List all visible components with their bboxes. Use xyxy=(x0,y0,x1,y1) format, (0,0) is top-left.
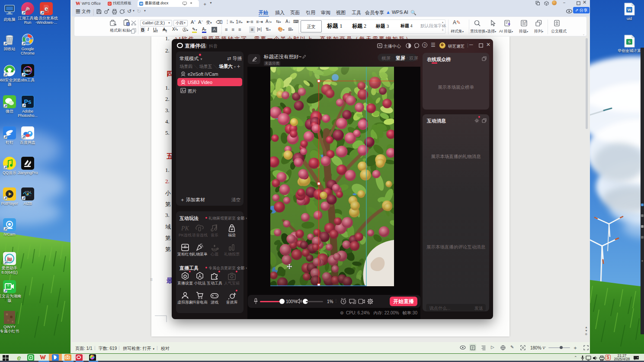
svg-text:jh: jh xyxy=(25,6,30,11)
svg-text:OBS: OBS xyxy=(25,69,31,72)
svg-text:e: e xyxy=(45,5,48,12)
svg-text:AIZB-3: AIZB-3 xyxy=(25,191,31,193)
svg-text:PK: PK xyxy=(181,225,189,232)
svg-text:W: W xyxy=(628,8,631,12)
svg-text:S: S xyxy=(628,40,631,44)
svg-text:iu: iu xyxy=(7,256,12,262)
